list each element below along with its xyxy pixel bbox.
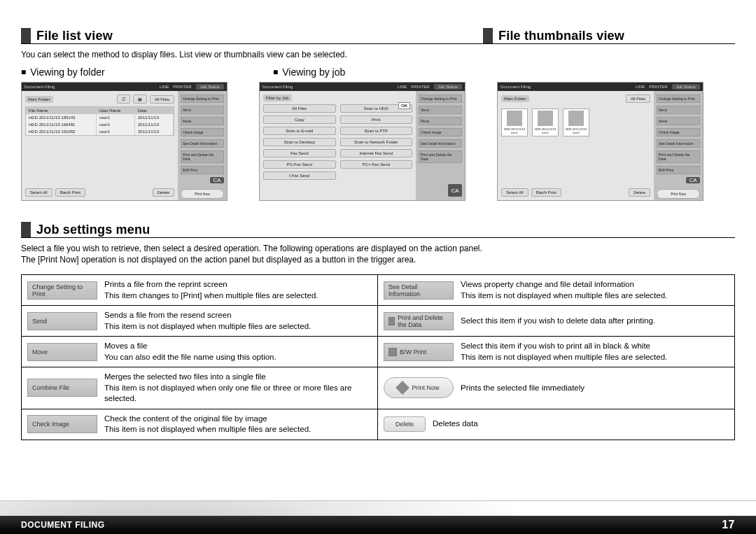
table-row[interactable]: HDD 2011/11/13 166481user12011/11/13 bbox=[26, 121, 174, 128]
screenshot-folder-list: Document Filing LINE PRINTER Job Status … bbox=[21, 82, 227, 201]
chip-label: Check Image bbox=[32, 421, 69, 428]
footer-title: DOCUMENT FILING bbox=[21, 520, 105, 530]
side-action[interactable]: Print and Delete the Data bbox=[657, 150, 700, 163]
side-action[interactable]: Move bbox=[181, 117, 224, 125]
job-filter[interactable]: Scan to FTP bbox=[340, 127, 413, 135]
chip-label: Print Now bbox=[412, 384, 439, 391]
breadcrumb[interactable]: Main Folder bbox=[25, 96, 53, 103]
side-action[interactable]: See Detail Information bbox=[657, 139, 700, 148]
setting-description: Merges the selected two files into a sin… bbox=[104, 372, 372, 405]
job-filter[interactable]: PC-I-Fax Send bbox=[340, 160, 413, 169]
job-filter[interactable]: Print bbox=[340, 115, 413, 124]
subheading-job-label: Viewing by job bbox=[282, 66, 345, 78]
select-all-button[interactable]: Select All bbox=[501, 188, 528, 197]
settings-cell: MoveMoves a fileYou can also edit the fi… bbox=[22, 337, 378, 367]
batch-print-button[interactable]: Batch Print bbox=[55, 188, 85, 197]
job-filter[interactable]: Copy bbox=[263, 115, 336, 124]
job-filter[interactable]: Scan to Desktop bbox=[263, 138, 336, 146]
action-chip[interactable]: Print and Delete the Data bbox=[384, 312, 454, 330]
action-chip[interactable]: Check Image bbox=[27, 415, 97, 433]
job-filter[interactable]: PC-Fax Send bbox=[263, 160, 336, 169]
thumbnail-item[interactable]: HDD 2011/11/13user1 bbox=[563, 108, 589, 136]
col-user[interactable]: User Name bbox=[97, 107, 135, 114]
col-date[interactable]: Date bbox=[135, 107, 174, 114]
thumb-view-icon[interactable]: ▦ bbox=[133, 94, 147, 104]
ok-button[interactable]: OK bbox=[398, 102, 410, 109]
job-filter[interactable]: All Files bbox=[263, 104, 336, 113]
chip-label: Move bbox=[32, 349, 48, 356]
action-chip[interactable]: Combine File bbox=[27, 379, 97, 397]
side-action[interactable]: B/W Print bbox=[181, 166, 224, 174]
side-action[interactable]: Send bbox=[419, 106, 462, 114]
job-status-button[interactable]: Job Status bbox=[434, 84, 462, 90]
breadcrumb[interactable]: Main Folder bbox=[501, 95, 529, 102]
side-action[interactable]: Print and Delete the Data bbox=[181, 150, 224, 163]
line-indicator: LINE bbox=[160, 85, 169, 89]
side-action[interactable]: Check Image bbox=[419, 128, 462, 136]
side-action[interactable]: Change Setting to Print bbox=[657, 94, 700, 103]
table-row[interactable]: HDD 2011/11/13 185143user12011/11/13 bbox=[26, 114, 174, 121]
heading-marker bbox=[483, 28, 493, 43]
section1-intro: You can select the method to display fil… bbox=[21, 50, 735, 59]
side-action[interactable]: Send bbox=[657, 106, 700, 114]
job-filter[interactable]: Fax Send bbox=[263, 149, 336, 157]
delete-button[interactable]: Delete bbox=[153, 188, 174, 197]
side-action[interactable]: See Detail Information bbox=[419, 139, 462, 148]
side-action[interactable]: Change Setting to Print bbox=[419, 94, 462, 103]
chip-label: Change Setting to Print bbox=[32, 283, 92, 297]
heading-file-list: File list view bbox=[36, 29, 113, 43]
thumbnail-item[interactable]: HDD 2011/11/13user1 bbox=[532, 108, 559, 136]
action-chip[interactable]: B/W Print bbox=[384, 343, 454, 361]
action-chip[interactable]: Change Setting to Print bbox=[27, 281, 97, 300]
all-files-button[interactable]: All Files bbox=[150, 95, 174, 104]
side-action[interactable]: B/W Print bbox=[657, 166, 700, 174]
action-chip[interactable]: Send bbox=[27, 312, 97, 330]
setting-description: Check the content of the original file b… bbox=[104, 414, 311, 435]
print-now-button[interactable]: Print Now bbox=[181, 189, 224, 199]
line-indicator: LINE bbox=[398, 85, 407, 89]
section-headings: File list view File thumbnails view bbox=[21, 28, 735, 44]
side-action[interactable]: Send bbox=[181, 106, 224, 114]
side-action[interactable]: Check Image bbox=[657, 128, 700, 136]
job-filter[interactable]: Scan to E-mail bbox=[263, 127, 336, 135]
printer-indicator: PRINTER bbox=[649, 85, 667, 89]
screenshot-thumbnails: Document Filing LINE PRINTER Job Status … bbox=[497, 82, 704, 201]
print-now-button[interactable]: Print Now bbox=[657, 189, 700, 199]
delete-button[interactable]: Delete bbox=[629, 188, 650, 197]
print-now-pill[interactable]: Print Now bbox=[384, 377, 454, 398]
job-filter[interactable]: I-Fax Send bbox=[263, 171, 336, 180]
chip-label: Send bbox=[32, 318, 47, 325]
heading-marker bbox=[21, 222, 31, 237]
screen-title: Document Filing bbox=[262, 85, 293, 89]
side-action[interactable]: See Detail Information bbox=[181, 139, 224, 148]
chip-label: Combine File bbox=[32, 384, 69, 391]
side-action[interactable]: Change Setting to Print bbox=[181, 94, 224, 103]
chip-label: B/W Print bbox=[400, 349, 426, 356]
diamond-icon bbox=[396, 381, 410, 395]
list-view-icon[interactable]: ☰ bbox=[117, 94, 130, 104]
all-files-button[interactable]: All Files bbox=[626, 94, 650, 103]
ca-button[interactable]: CA bbox=[448, 184, 462, 197]
ca-button[interactable]: CA bbox=[686, 177, 700, 183]
side-action[interactable]: Move bbox=[419, 117, 462, 125]
batch-print-button[interactable]: Batch Print bbox=[531, 188, 561, 197]
job-filter[interactable]: Scan to Network Folder bbox=[340, 138, 413, 146]
action-chip[interactable]: See Detail Information bbox=[384, 281, 454, 300]
delete-small-button[interactable]: Delete bbox=[384, 416, 426, 432]
side-action[interactable]: Move bbox=[657, 117, 700, 125]
page-number: 17 bbox=[722, 519, 735, 531]
settings-cell: Print NowPrints the selected file immedi… bbox=[378, 367, 734, 409]
job-filter[interactable]: Internet Fax Send bbox=[340, 149, 413, 157]
select-all-button[interactable]: Select All bbox=[25, 188, 52, 197]
side-action[interactable]: Print and Delete the Data bbox=[419, 150, 462, 163]
ca-button[interactable]: CA bbox=[210, 177, 224, 183]
action-chip[interactable]: Move bbox=[27, 343, 97, 361]
side-action[interactable]: Check Image bbox=[181, 128, 224, 136]
settings-cell: Check ImageCheck the content of the orig… bbox=[22, 409, 378, 440]
job-status-button[interactable]: Job Status bbox=[196, 84, 224, 90]
table-row[interactable]: HDD 2011/11/13 101082user12011/11/13 bbox=[26, 128, 174, 135]
settings-cell: DeleteDeletes data bbox=[378, 409, 734, 440]
thumbnail-item[interactable]: HDD 2011/11/13user1 bbox=[501, 108, 528, 136]
job-status-button[interactable]: Job Status bbox=[672, 84, 700, 90]
col-file[interactable]: File Name bbox=[26, 107, 97, 114]
